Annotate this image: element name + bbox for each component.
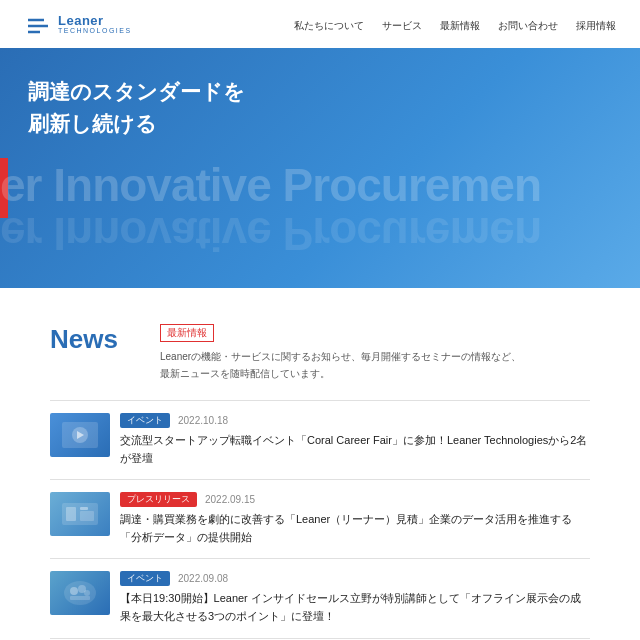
news-item[interactable]: プレスリリース 2022.09.15 調達・購買業務を劇的に改善する「Leane… (50, 479, 590, 558)
news-tag-label: 最新情報 (160, 324, 214, 342)
nav-link-contact[interactable]: お問い合わせ (498, 20, 558, 31)
news-thumb (50, 571, 110, 615)
hero-reflected-text: er Innovative Procuremen (0, 210, 640, 258)
logo-brand: Leaner (58, 14, 132, 27)
navbar: Leaner TECHNOLOGIES 私たちについて サービス 最新情報 お問… (0, 0, 640, 48)
news-item-tag: プレスリリース (120, 492, 197, 507)
news-item-meta: イベント 2022.09.08 (120, 571, 590, 586)
news-section: News 最新情報 Leanerの機能・サービスに関するお知らせ、毎月開催するセ… (0, 288, 640, 640)
news-item[interactable]: イベント 2022.09.08 【本日19:30開始】Leaner インサイドセ… (50, 558, 590, 638)
news-item-meta: プレスリリース 2022.09.15 (120, 492, 590, 507)
news-item-date: 2022.09.08 (178, 573, 228, 584)
news-item[interactable]: イベント 2022.10.18 交流型スタートアップ転職イベント「Coral C… (50, 400, 590, 479)
svg-rect-14 (70, 596, 90, 600)
logo-sub: TECHNOLOGIES (58, 27, 132, 34)
logo-icon (24, 10, 52, 38)
nav-link-news[interactable]: 最新情報 (440, 20, 480, 31)
news-item-body: プレスリリース 2022.09.15 調達・購買業務を劇的に改善する「Leane… (120, 492, 590, 546)
hero-content: 調達のスタンダードを 刷新し続ける (28, 76, 245, 139)
news-item-date: 2022.10.18 (178, 415, 228, 426)
news-item-body: イベント 2022.09.08 【本日19:30開始】Leaner インサイドセ… (120, 571, 590, 625)
nav-link-about[interactable]: 私たちについて (294, 20, 364, 31)
svg-rect-8 (80, 511, 94, 521)
nav-link-service[interactable]: サービス (382, 20, 422, 31)
svg-rect-9 (80, 507, 88, 510)
news-item-title: 調達・購買業務を劇的に改善する「Leaner（リーナー）見積」企業のデータ活用を… (120, 511, 590, 546)
nav-links: 私たちについて サービス 最新情報 お問い合わせ 採用情報 (294, 15, 616, 33)
news-description: Leanerの機能・サービスに関するお知らせ、毎月開催するセミナーの情報など、 … (160, 348, 521, 382)
news-item-title: 【本日19:30開始】Leaner インサイドセールス立野が特別講師として「オフ… (120, 590, 590, 625)
svg-point-10 (64, 581, 96, 605)
svg-point-13 (84, 590, 90, 596)
hero-heading: 調達のスタンダードを 刷新し続ける (28, 76, 245, 139)
news-header: News 最新情報 Leanerの機能・サービスに関するお知らせ、毎月開催するセ… (50, 324, 590, 382)
news-thumb (50, 413, 110, 457)
news-item-tag: イベント (120, 413, 170, 428)
hero-big-text: er Innovative Procuremen (0, 161, 640, 209)
news-item-meta: イベント 2022.10.18 (120, 413, 590, 428)
svg-point-11 (70, 587, 78, 595)
news-item-body: イベント 2022.10.18 交流型スタートアップ転職イベント「Coral C… (120, 413, 590, 467)
news-item-tag: イベント (120, 571, 170, 586)
news-item-date: 2022.09.15 (205, 494, 255, 505)
hero-section: 調達のスタンダードを 刷新し続ける er Innovative Procurem… (0, 48, 640, 288)
svg-rect-7 (66, 507, 76, 521)
news-subtitle-block: 最新情報 Leanerの機能・サービスに関するお知らせ、毎月開催するセミナーの情… (160, 324, 521, 382)
news-title: News (50, 324, 130, 355)
nav-link-recruit[interactable]: 採用情報 (576, 20, 616, 31)
news-item-title: 交流型スタートアップ転職イベント「Coral Career Fair」に参加！L… (120, 432, 590, 467)
logo[interactable]: Leaner TECHNOLOGIES (24, 10, 132, 38)
news-items-list: イベント 2022.10.18 交流型スタートアップ転職イベント「Coral C… (50, 400, 590, 639)
news-thumb (50, 492, 110, 536)
